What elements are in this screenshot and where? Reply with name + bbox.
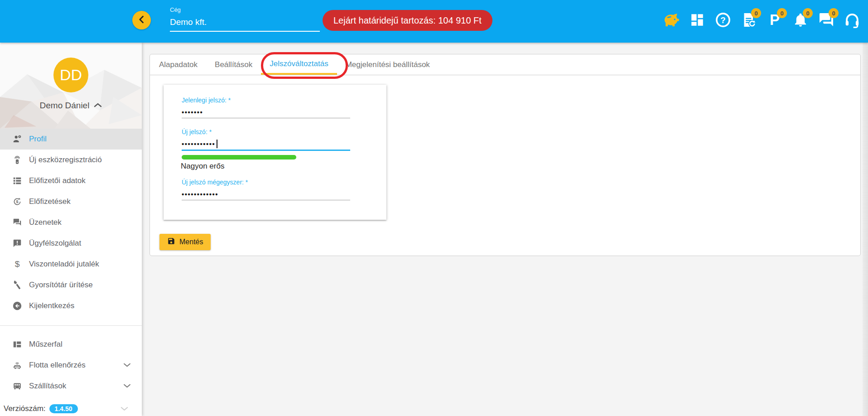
sidebar-item-uj-eszkozregisztracio[interactable]: Új eszközregisztráció xyxy=(0,150,142,170)
tab-jelszovaltoztatas[interactable]: Jelszóváltoztatás xyxy=(261,54,337,75)
sidebar-item-kijelentkezes[interactable]: Kijelentkezés xyxy=(0,295,142,316)
car-signal-icon xyxy=(12,360,23,371)
logout-icon xyxy=(12,300,23,311)
notification-count-badge: 0 xyxy=(777,8,787,18)
refresh-dollar-icon: $ xyxy=(12,196,23,207)
sidebar-item-label: Gyorsítótár ürítése xyxy=(29,281,93,290)
current-password-input[interactable]: ••••••• xyxy=(182,107,350,117)
version-label: Verziószám: xyxy=(4,404,46,413)
sidebar-item-label: Előfizetői adatok xyxy=(29,176,86,185)
password-strength-bar xyxy=(182,155,296,160)
save-button[interactable]: Mentés xyxy=(159,234,211,250)
main-content: Alapadatok Beállítások Jelszóváltoztatás… xyxy=(142,43,868,416)
document-refresh-icon[interactable]: 0 xyxy=(740,11,757,29)
user-menu-toggle[interactable]: Demo Dániel xyxy=(0,101,142,111)
text-caret xyxy=(217,140,217,148)
save-button-label: Mentés xyxy=(179,238,203,246)
sidebar-menu: Profil Új eszközregisztráció xyxy=(0,129,142,397)
avatar[interactable]: DD xyxy=(53,58,88,92)
sidebar-item-ugyfelszolgalat[interactable]: Ügyfélszolgálat xyxy=(0,233,142,254)
sidebar-item-viszonteladoi-jutalek[interactable]: $ Viszonteladói jutalék xyxy=(0,254,142,275)
help-icon[interactable]: ? xyxy=(714,11,732,29)
svg-text:$: $ xyxy=(16,199,19,204)
user-name: Demo Dániel xyxy=(40,101,90,111)
sidebar-item-muszerfal[interactable]: Műszerfal xyxy=(0,334,142,355)
scrollbar[interactable] xyxy=(863,43,868,416)
repeat-password-input[interactable]: •••••••••••• xyxy=(182,189,350,199)
sidebar-item-label: Szállítások xyxy=(29,382,66,391)
version-badge: 1.4.50 xyxy=(49,404,78,413)
top-app-bar: Cég Demo kft. Lejárt határidejű tartozás… xyxy=(0,0,868,43)
profile-header: DD Demo Dániel xyxy=(0,43,142,129)
repeat-password-field[interactable]: Új jelszó mégegyszer: * •••••••••••• xyxy=(182,179,350,200)
sidebar-item-flotta-ellenorzes[interactable]: Flotta ellenőrzés xyxy=(0,355,142,376)
version-row: Verziószám: 1.4.50 xyxy=(4,404,78,413)
new-password-label: Új jelszó: * xyxy=(182,128,350,135)
chat-bubbles-icon[interactable]: 0 xyxy=(818,11,835,29)
tab-bar: Alapadatok Beállítások Jelszóváltoztatás… xyxy=(150,54,860,75)
input-underline-focused xyxy=(182,150,350,151)
company-value[interactable]: Demo kft. xyxy=(170,17,320,32)
sidebar-item-elofizetesek[interactable]: $ Előfizetések xyxy=(0,191,142,212)
repeat-password-label: Új jelszó mégegyszer: * xyxy=(182,179,350,186)
current-password-field[interactable]: Jelenlegi jelszó: * ••••••• xyxy=(182,97,350,118)
bell-icon[interactable]: 0 xyxy=(792,11,809,29)
sidebar-item-label: Ügyfélszolgálat xyxy=(29,239,81,248)
sidebar-item-label: Profil xyxy=(29,135,47,144)
sidebar: DD Demo Dániel xyxy=(0,43,142,416)
sidebar-item-label: Viszonteladói jutalék xyxy=(29,260,99,269)
save-icon xyxy=(167,237,175,247)
input-underline xyxy=(182,200,350,200)
svg-text:$: $ xyxy=(15,259,20,269)
chat-bubbles-icon xyxy=(12,217,23,228)
sidebar-item-label: Flotta ellenőrzés xyxy=(29,361,86,370)
new-password-input[interactable]: ••••••••••• xyxy=(182,139,350,149)
sidebar-item-label: Műszerfal xyxy=(29,340,63,349)
chevron-up-icon xyxy=(94,102,102,110)
sidebar-item-label: Kijelentkezés xyxy=(29,301,74,310)
new-password-field[interactable]: Új jelszó: * ••••••••••• Nagyon erős xyxy=(182,128,350,171)
notification-count-badge: 0 xyxy=(751,8,761,18)
sidebar-item-szallitasok[interactable]: Szállítások xyxy=(0,376,142,397)
password-form-card: Jelenlegi jelszó: * ••••••• Új jelszó: *… xyxy=(164,85,386,220)
company-field[interactable]: Cég Demo kft. xyxy=(170,6,320,32)
notification-count-badge: 0 xyxy=(829,8,839,18)
sidebar-item-label: Üzenetek xyxy=(29,218,62,227)
chat-alert-icon xyxy=(12,238,23,249)
chevron-down-icon xyxy=(121,404,128,412)
brush-icon xyxy=(12,280,23,290)
svg-text:?: ? xyxy=(720,15,725,25)
tab-alapadatok[interactable]: Alapadatok xyxy=(150,54,206,75)
dollar-icon: $ xyxy=(12,259,23,270)
chevron-left-icon xyxy=(137,15,146,26)
sidebar-item-profil[interactable]: Profil xyxy=(0,129,142,150)
company-label: Cég xyxy=(170,6,320,13)
sidebar-item-uzenetek[interactable]: Üzenetek xyxy=(0,212,142,233)
notification-count-badge: 0 xyxy=(803,8,813,18)
headset-icon[interactable] xyxy=(844,11,861,29)
dashboard-grid-icon[interactable] xyxy=(689,11,706,29)
password-strength-text: Nagyon erős xyxy=(181,162,350,171)
dashboard-icon xyxy=(12,339,23,350)
chevron-down-icon xyxy=(123,361,131,369)
parking-p-icon[interactable]: P 0 xyxy=(766,11,783,29)
current-password-label: Jelenlegi jelszó: * xyxy=(182,97,350,104)
topbar-icon-row: ? 0 P 0 0 xyxy=(663,11,861,29)
back-button[interactable] xyxy=(132,11,151,29)
sidebar-item-gyorsitotar-uritese[interactable]: Gyorsítótár ürítése xyxy=(0,275,142,295)
bus-icon xyxy=(12,381,23,392)
piggy-bank-icon[interactable] xyxy=(663,11,680,29)
profile-card: Alapadatok Beállítások Jelszóváltoztatás… xyxy=(149,54,861,256)
tab-beallitasok[interactable]: Beállítások xyxy=(206,54,261,75)
person-gear-icon xyxy=(12,134,23,145)
device-signal-icon xyxy=(12,155,23,165)
tab-megjelenitesi-beallitasok[interactable]: Megjelenítési beállítások xyxy=(337,54,439,75)
overdue-debt-badge: Lejárt határidejű tartozás: 104 910 Ft xyxy=(323,10,492,31)
list-icon xyxy=(12,175,23,186)
sidebar-item-label: Előfizetések xyxy=(29,197,71,206)
sidebar-item-label: Új eszközregisztráció xyxy=(29,155,102,164)
menu-divider xyxy=(0,325,142,326)
sidebar-item-elofizetoi-adatok[interactable]: Előfizetői adatok xyxy=(0,170,142,191)
chevron-down-icon xyxy=(123,382,131,390)
